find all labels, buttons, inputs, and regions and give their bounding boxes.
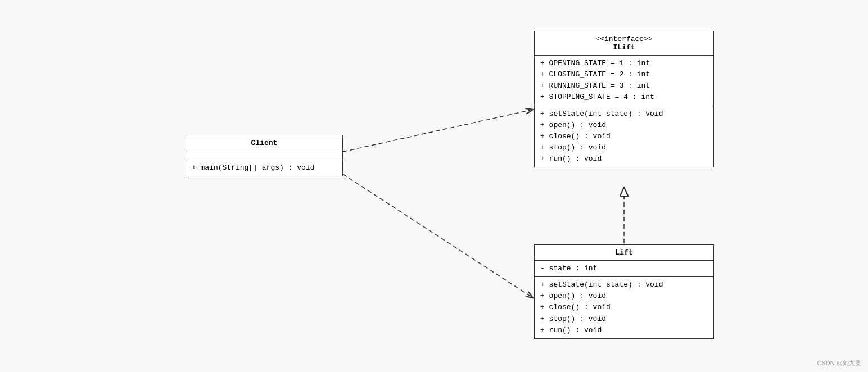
client-box: Client + main(String[] args) : void [186, 135, 343, 176]
ilift-box: <<interface>> ILift + OPENING_STATE = 1 … [534, 31, 714, 167]
ilift-const-2: + CLOSING_STATE = 2 : int [540, 69, 708, 80]
ilift-const-4: + STOPPING_STATE = 4 : int [540, 92, 708, 103]
ilift-box-header: <<interface>> ILift [535, 31, 713, 56]
lift-method-5: + run() : void [540, 325, 708, 336]
client-section-2: + main(String[] args) : void [186, 160, 342, 176]
lift-method-4: + stop() : void [540, 314, 708, 325]
ilift-section-1: + OPENING_STATE = 1 : int + CLOSING_STAT… [535, 56, 713, 106]
ilift-const-3: + RUNNING_STATE = 3 : int [540, 80, 708, 92]
ilift-method-3: + close() : void [540, 131, 708, 142]
lift-method-1: + setState(int state) : void [540, 279, 708, 291]
ilift-stereotype: <<interface>> [540, 35, 708, 43]
lift-field-1: - state : int [540, 263, 708, 274]
client-section-1 [186, 151, 342, 160]
lift-section-2: + setState(int state) : void + open() : … [535, 277, 713, 338]
arrows-svg [0, 0, 868, 372]
client-to-lift-arrow [343, 174, 533, 298]
lift-section-1: - state : int [535, 261, 713, 277]
lift-box-title: Lift [535, 245, 713, 261]
ilift-method-1: + setState(int state) : void [540, 108, 708, 120]
ilift-method-2: + open() : void [540, 120, 708, 131]
diagram-canvas: Client + main(String[] args) : void <<in… [0, 0, 868, 372]
client-box-title: Client [186, 135, 342, 151]
lift-title-text: Lift [615, 248, 632, 257]
lift-method-2: + open() : void [540, 291, 708, 302]
client-to-ilift-arrow [343, 110, 533, 152]
ilift-method-4: + stop() : void [540, 142, 708, 153]
client-title-text: Client [251, 139, 278, 147]
ilift-section-2: + setState(int state) : void + open() : … [535, 106, 713, 167]
ilift-method-5: + run() : void [540, 153, 708, 165]
watermark: CSDN @刘九灵 [817, 359, 861, 368]
ilift-const-1: + OPENING_STATE = 1 : int [540, 58, 708, 69]
lift-box: Lift - state : int + setState(int state)… [534, 244, 714, 339]
ilift-title: ILift [540, 43, 708, 52]
client-method-1: + main(String[] args) : void [192, 162, 337, 174]
lift-method-3: + close() : void [540, 302, 708, 313]
